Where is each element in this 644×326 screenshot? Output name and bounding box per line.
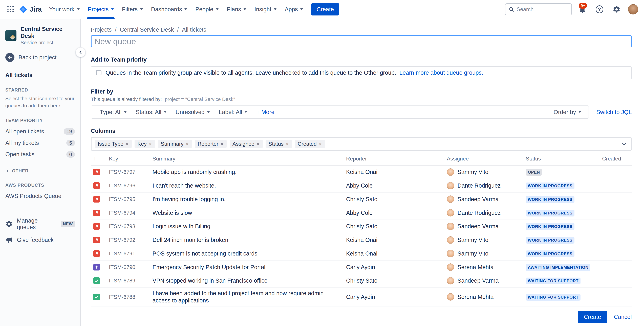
column-chip-created[interactable]: Created ×	[295, 140, 325, 148]
table-row[interactable]: ITSM-6796 I can't reach the website. Abb…	[91, 179, 632, 193]
nav-item-projects[interactable]: Projects	[84, 0, 117, 19]
issue-key[interactable]: ITSM-6797	[106, 167, 149, 177]
create-button[interactable]: Create	[311, 3, 339, 16]
queue-name-input[interactable]	[91, 35, 632, 47]
issue-summary[interactable]: Login issue with Billing	[149, 221, 343, 232]
table-row[interactable]: ITSM-6790 Emergency Security Patch Updat…	[91, 261, 632, 274]
breadcrumb-project[interactable]: Central Service Desk	[120, 26, 174, 33]
nav-item-label: Dashboards	[151, 6, 182, 13]
issue-reporter: Christy Sato	[343, 275, 444, 286]
column-header-type[interactable]: T	[91, 155, 106, 162]
remove-chip-icon[interactable]: ×	[186, 141, 189, 147]
order-by-dropdown[interactable]: Order by	[551, 107, 584, 117]
issue-key[interactable]: ITSM-6791	[106, 248, 149, 259]
sidebar-all-tickets[interactable]: All tickets	[0, 65, 80, 78]
manage-queues-item[interactable]: Manage queues NEW	[0, 215, 80, 233]
breadcrumb-all-tickets[interactable]: All tickets	[182, 26, 206, 33]
table-row[interactable]: ITSM-6791 POS system is not accepting cr…	[91, 247, 632, 261]
issue-key[interactable]: ITSM-6792	[106, 235, 149, 245]
issue-summary[interactable]: Dell 24 inch monitor is broken	[149, 234, 343, 246]
filter-type-all[interactable]: Type: All	[96, 107, 130, 117]
breadcrumb-projects[interactable]: Projects	[91, 26, 112, 33]
table-row[interactable]: ITSM-6795 I'm having trouble logging in.…	[91, 193, 632, 206]
collapse-sidebar-button[interactable]	[76, 47, 86, 57]
nav-item-apps[interactable]: Apps	[282, 0, 306, 19]
sidebar-queue-all-open-tickets[interactable]: All open tickets 19	[0, 126, 80, 137]
issue-key[interactable]: ITSM-6788	[106, 292, 149, 302]
team-priority-checkbox[interactable]	[96, 70, 102, 75]
column-header-summary[interactable]: Summary	[149, 155, 343, 162]
nav-item-your-work[interactable]: Your work	[46, 0, 83, 19]
sidebar-queue-all-my-tickets[interactable]: All my tickets 5	[0, 137, 80, 148]
issue-summary[interactable]: POS system is not accepting credit cards	[149, 248, 343, 259]
columns-select[interactable]: Issue Type × Key × Summary × Reporter × …	[91, 137, 632, 151]
give-feedback-item[interactable]: Give feedback	[0, 233, 80, 247]
settings-button[interactable]	[610, 5, 623, 14]
column-chip-key[interactable]: Key ×	[134, 140, 155, 148]
column-header-created[interactable]: Created	[599, 155, 632, 162]
issue-key[interactable]: ITSM-6796	[106, 181, 149, 191]
table-row[interactable]: ITSM-6792 Dell 24 inch monitor is broken…	[91, 233, 632, 247]
table-row[interactable]	[91, 306, 632, 308]
remove-chip-icon[interactable]: ×	[149, 141, 152, 147]
remove-chip-icon[interactable]: ×	[286, 141, 289, 147]
issue-key[interactable]: ITSM-6789	[106, 275, 149, 286]
remove-chip-icon[interactable]: ×	[220, 141, 224, 147]
queue-item-label: AWS Products Queue	[6, 193, 62, 199]
table-row[interactable]: ITSM-6793 Login issue with Billing Chris…	[91, 220, 632, 233]
column-header-key[interactable]: Key	[106, 155, 149, 162]
change-type-icon	[93, 264, 100, 270]
switch-to-jql-link[interactable]: Switch to JQL	[596, 109, 632, 115]
issue-summary[interactable]: I have been added to the audit project t…	[149, 288, 343, 306]
app-switcher-button[interactable]	[5, 0, 16, 19]
chevron-down-icon[interactable]	[621, 141, 627, 147]
table-row[interactable]: ITSM-6789 VPN stopped working in San Fra…	[91, 274, 632, 288]
nav-item-people[interactable]: People	[192, 0, 222, 19]
profile-button[interactable]	[627, 4, 639, 15]
column-header-assignee[interactable]: Assignee	[444, 155, 522, 162]
nav-item-filters[interactable]: Filters	[119, 0, 146, 19]
column-chip-issue-type[interactable]: Issue Type ×	[95, 140, 132, 148]
column-chip-reporter[interactable]: Reporter ×	[195, 140, 226, 148]
help-button[interactable]: ?	[593, 5, 606, 13]
incident-type-icon	[93, 237, 100, 243]
column-header-reporter[interactable]: Reporter	[343, 155, 444, 162]
cancel-button[interactable]: Cancel	[614, 314, 632, 320]
issue-summary[interactable]: I can't reach the website.	[149, 180, 343, 191]
sidebar-queue-open-tasks[interactable]: Open tasks 0	[0, 149, 80, 160]
remove-chip-icon[interactable]: ×	[126, 141, 129, 147]
more-filters-button[interactable]: + More	[253, 107, 278, 117]
remove-chip-icon[interactable]: ×	[256, 141, 260, 147]
filter-label-all[interactable]: Label: All	[215, 107, 251, 117]
other-group-toggle[interactable]: OTHER	[0, 168, 80, 174]
issue-key[interactable]: ITSM-6794	[106, 208, 149, 218]
issue-summary[interactable]: I'm having trouble logging in.	[149, 194, 343, 205]
remove-chip-icon[interactable]: ×	[319, 141, 322, 147]
issue-key[interactable]: ITSM-6793	[106, 221, 149, 231]
table-row[interactable]: ITSM-6797 Mobile app is randomly crashin…	[91, 166, 632, 179]
table-row[interactable]: ITSM-6788 I have been added to the audit…	[91, 288, 632, 306]
nav-item-dashboards[interactable]: Dashboards	[148, 0, 190, 19]
issue-key[interactable]: ITSM-6795	[106, 194, 149, 204]
queue-groups-link[interactable]: Learn more about queue groups.	[400, 69, 483, 76]
issue-summary[interactable]: Mobile app is randomly crashing.	[149, 166, 343, 178]
create-queue-button[interactable]: Create	[578, 311, 607, 323]
column-chip-assignee[interactable]: Assignee ×	[230, 140, 263, 148]
filter-status-all[interactable]: Status: All	[132, 107, 170, 117]
column-chip-status[interactable]: Status ×	[266, 140, 292, 148]
sidebar-queue-aws-products-queue[interactable]: AWS Products Queue	[0, 191, 80, 202]
issue-summary[interactable]: Website is slow	[149, 207, 343, 218]
search-input[interactable]	[517, 6, 568, 13]
jira-logo[interactable]: Jira	[16, 0, 45, 19]
nav-item-plans[interactable]: Plans	[224, 0, 250, 19]
table-row[interactable]: ITSM-6794 Website is slow Abby Cole Dant…	[91, 206, 632, 220]
issue-summary[interactable]: VPN stopped working in San Francisco off…	[149, 275, 343, 286]
nav-item-insight[interactable]: Insight	[251, 0, 280, 19]
column-header-status[interactable]: Status	[522, 155, 599, 162]
issue-summary[interactable]: Emergency Security Patch Update for Port…	[149, 261, 343, 273]
back-to-project[interactable]: Back to project	[0, 50, 80, 65]
issue-key[interactable]: ITSM-6790	[106, 262, 149, 272]
filter-unresolved[interactable]: Unresolved	[172, 107, 214, 117]
global-search[interactable]	[505, 3, 572, 15]
column-chip-summary[interactable]: Summary ×	[158, 140, 192, 148]
